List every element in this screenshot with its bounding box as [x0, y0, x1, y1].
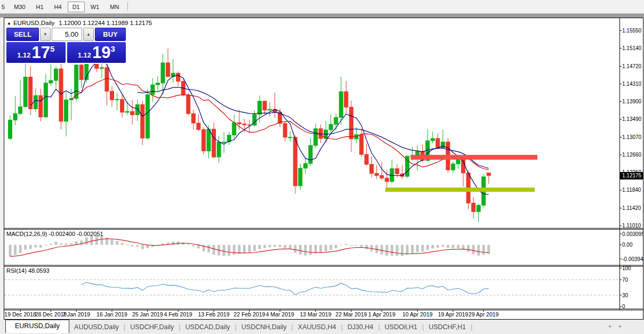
candle-body [283, 124, 287, 137]
collapse-panel-icon[interactable]: ▲ [7, 21, 11, 26]
price-axis-label: 1.14310 [622, 81, 642, 87]
candle-body [344, 92, 348, 107]
candle-body [370, 165, 374, 174]
candle-body [54, 69, 58, 80]
sell-price-point: 5 [50, 42, 54, 53]
timeframe-button-m30[interactable]: M30 [9, 2, 30, 12]
macd-histogram-bar [325, 245, 327, 251]
pane-separator [4, 309, 643, 309]
macd-histogram-bar [223, 245, 226, 256]
sell-button[interactable]: SELL [6, 28, 39, 41]
mt4-terminal: { "toolbar": { "timeframes": ["5", "M30"… [0, 0, 644, 334]
timeframe-button-w1[interactable]: W1 [86, 2, 104, 12]
candle-body [202, 129, 205, 151]
candle-body [309, 145, 312, 164]
chart-tab-bar: EURUSD,DailyAUDUSD,Daily|USDCHF,Daily|US… [0, 320, 644, 334]
candle-body [303, 164, 307, 168]
axis-border [619, 18, 620, 310]
macd-histogram-bar [54, 242, 57, 245]
macd-histogram-bar [452, 245, 454, 248]
candle-body [13, 113, 17, 120]
sell-price-pips: 17 [31, 43, 50, 62]
volume-increase-button[interactable]: ▲ [83, 28, 94, 41]
timeframe-button-d1[interactable]: D1 [68, 2, 85, 12]
support-line[interactable] [385, 188, 535, 192]
timeframe-button-h4[interactable]: H4 [50, 2, 67, 12]
macd-histogram-bar [19, 245, 22, 253]
date-axis-label: 22 Feb 2019 [234, 311, 265, 317]
chart-tab-usdcnh-daily[interactable]: USDCNH,Daily [237, 322, 292, 332]
tab-separator: | [471, 323, 472, 331]
rsi-line [82, 282, 489, 295]
chart-tab-usdchf-h1[interactable]: USDCHF,H1 [424, 322, 471, 332]
candle-body [59, 69, 63, 121]
candle-body [436, 139, 440, 148]
macd-axis-label: 0.003095 [622, 231, 643, 237]
date-axis-label: 29 Apr 2019 [469, 311, 499, 317]
price-axis-label: 1.11420 [622, 205, 641, 211]
candle-body [34, 95, 37, 109]
sell-price-base: 1.12 [17, 51, 30, 63]
candle-body [115, 100, 119, 100]
chart-tab-xauusd-h4[interactable]: XAUUSD,H4 [293, 322, 341, 332]
macd-histogram-bar [60, 243, 62, 245]
candle-body [146, 95, 149, 139]
candle-body [105, 68, 109, 91]
macd-histogram-bar [136, 245, 139, 247]
candle-body [39, 95, 43, 117]
chart-window: 1.155501.151401.147201.143101.139001.134… [4, 18, 643, 320]
candle-body [212, 129, 216, 157]
chart-tab-usdcad-daily[interactable]: USDCAD,Daily [181, 322, 235, 332]
macd-histogram-bar [289, 245, 292, 249]
candle-body [187, 95, 190, 114]
candle-body [120, 100, 124, 112]
resistance-line[interactable] [410, 155, 537, 160]
macd-histogram-bar [39, 245, 42, 248]
macd-axis-label: -0.003947 [622, 256, 643, 262]
candle-body [75, 65, 78, 99]
candle-body [385, 178, 389, 181]
price-axis-label: 1.13900 [622, 99, 642, 104]
current-price-value: 1.12175 [622, 173, 642, 178]
chart-tab-usdchf-daily[interactable]: USDCHF,Daily [125, 322, 179, 332]
macd-histogram-bar [100, 236, 103, 245]
chart-tab-usdoil-h1[interactable]: USDOil,H1 [380, 322, 422, 332]
price-axis-label: 1.11840 [622, 187, 641, 193]
candle-body [243, 124, 246, 125]
candle-body [131, 111, 134, 115]
buy-price-tile[interactable]: 1.12 19 3 [67, 42, 126, 63]
candle-body [19, 107, 22, 113]
macd-histogram-bar [269, 245, 271, 247]
tab-scroll-arrows[interactable]: ◂▸ [608, 323, 630, 329]
price-axis-label: 1.12660 [622, 152, 642, 158]
macd-histogram-bar [355, 245, 358, 246]
timeframe-button-mn[interactable]: MN [105, 2, 124, 12]
macd-histogram-bar [457, 245, 460, 248]
chart-tab-eurusd-daily[interactable]: EURUSD,Daily [5, 320, 69, 333]
window-divider [0, 14, 644, 18]
candle-body [257, 101, 261, 115]
buy-button[interactable]: BUY [95, 28, 126, 41]
macd-histogram-bar [248, 245, 251, 252]
sell-price-tile[interactable]: 1.12 17 5 [6, 42, 66, 63]
macd-axis-label: 0.00 [622, 242, 633, 248]
price-axis-label: 1.11010 [622, 223, 641, 229]
macd-histogram-bar [329, 245, 332, 250]
timeframe-button-h1[interactable]: H1 [31, 2, 49, 12]
chart-tab-dj30-h4[interactable]: DJ30,H4 [343, 322, 379, 332]
buy-price-point: 3 [110, 42, 115, 53]
macd-histogram-bar [391, 245, 393, 256]
volume-decrease-button[interactable]: ▼ [40, 28, 51, 41]
candle-body [207, 129, 211, 151]
candle-body [49, 80, 53, 83]
candle-body [237, 123, 241, 124]
candle-body [110, 91, 114, 100]
volume-input[interactable]: 5.00 [52, 28, 82, 41]
date-axis-label: 10 Apr 2019 [402, 311, 433, 317]
timeframe-button-5[interactable]: 5 [0, 2, 8, 12]
date-axis-label: 1 Apr 2019 [368, 311, 396, 317]
date-axis-label: 25 Jan 2019 [132, 311, 163, 317]
macd-histogram-bar [14, 245, 17, 255]
macd-histogram-bar [238, 245, 240, 254]
chart-tab-audusd-daily[interactable]: AUDUSD,Daily [69, 322, 124, 332]
